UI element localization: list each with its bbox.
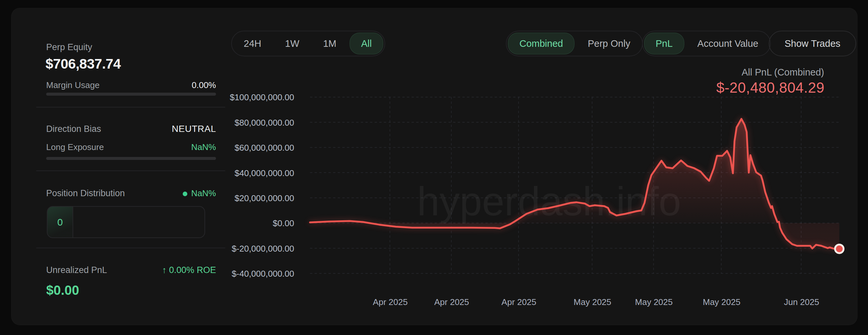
time-range-1m[interactable]: 1M — [311, 31, 348, 56]
mode-toggle-group: CombinedPerp Only — [506, 31, 643, 56]
position-distribution-value: NaN% — [191, 188, 216, 198]
long-exposure-value: NaN% — [191, 142, 216, 152]
dashboard-page: Perp Equity $706,837.74 Margin Usage 0.0… — [0, 0, 868, 335]
perp-equity-label: Perp Equity — [46, 42, 92, 53]
chart-title: All PnL (Combined) — [742, 67, 824, 78]
long-exposure-row: Long Exposure NaN% — [46, 142, 216, 152]
position-distribution-row: Position Distribution NaN% — [46, 188, 216, 199]
x-axis-tick-label: May 2025 — [574, 297, 611, 307]
last-point-marker — [835, 245, 844, 253]
long-exposure-label: Long Exposure — [46, 142, 104, 152]
x-axis-tick-label: May 2025 — [635, 297, 673, 307]
view-option-pnl[interactable]: PnL — [644, 33, 684, 54]
unrealized-pnl-row: Unrealized PnL ↑ 0.00% ROE — [46, 265, 216, 275]
x-axis-tick-label: Apr 2025 — [434, 297, 469, 307]
x-axis-tick-label: Jun 2025 — [784, 297, 819, 307]
position-distribution-value-wrap: NaN% — [183, 188, 216, 199]
y-axis-tick-label: $20,000,000.00 — [235, 193, 294, 204]
direction-bias-row: Direction Bias NEUTRAL — [46, 124, 216, 134]
position-distribution-segment: 0 — [48, 207, 73, 237]
mode-option-perp-only[interactable]: Perp Only — [576, 31, 642, 56]
margin-usage-label: Margin Usage — [46, 80, 100, 90]
time-range-1w[interactable]: 1W — [273, 31, 311, 56]
position-distribution-label: Position Distribution — [46, 188, 125, 199]
divider — [36, 107, 225, 108]
y-axis-tick-label: $-40,000,000.00 — [232, 269, 294, 279]
unrealized-pnl-roe: ↑ 0.00% ROE — [162, 265, 216, 275]
time-range-24h[interactable]: 24H — [232, 31, 273, 56]
divider — [36, 171, 225, 171]
unrealized-pnl-roe-value: 0.00% ROE — [169, 265, 216, 275]
pnl-area-positive — [310, 119, 839, 249]
time-range-group: 24H1W1MAll — [231, 31, 385, 56]
perp-equity-value: $706,837.74 — [45, 56, 121, 72]
margin-usage-row: Margin Usage 0.00% — [46, 80, 216, 90]
view-option-account-value[interactable]: Account Value — [686, 31, 770, 56]
pnl-chart[interactable] — [297, 89, 851, 280]
divider — [36, 248, 225, 248]
time-range-all[interactable]: All — [349, 33, 383, 54]
direction-bias-value: NEUTRAL — [172, 124, 216, 134]
direction-bias-label: Direction Bias — [46, 124, 101, 134]
y-axis-tick-label: $40,000,000.00 — [235, 168, 294, 178]
long-exposure-bar — [46, 157, 216, 160]
x-axis-tick-label: May 2025 — [703, 297, 740, 307]
position-distribution-box[interactable]: 0 — [47, 206, 205, 238]
y-axis-tick-label: $60,000,000.00 — [235, 143, 294, 153]
green-dot-icon — [183, 191, 187, 196]
view-toggle-group: PnLAccount Value — [642, 31, 771, 56]
margin-usage-value: 0.00% — [192, 80, 216, 90]
mode-option-combined[interactable]: Combined — [508, 33, 575, 54]
up-arrow-icon: ↑ — [162, 265, 166, 275]
y-axis-tick-label: $100,000,000.00 — [230, 92, 294, 102]
x-axis-tick-label: Apr 2025 — [373, 297, 408, 307]
margin-usage-bar — [46, 93, 216, 96]
x-axis-tick-label: Apr 2025 — [502, 297, 536, 307]
unrealized-pnl-value: $0.00 — [46, 283, 79, 298]
y-axis-tick-label: $80,000,000.00 — [235, 117, 294, 128]
show-trades-button[interactable]: Show Trades — [769, 31, 856, 56]
y-axis-tick-label: $0.00 — [273, 218, 294, 229]
unrealized-pnl-label: Unrealized PnL — [46, 265, 107, 275]
y-axis-tick-label: $-20,000,000.00 — [232, 243, 294, 253]
